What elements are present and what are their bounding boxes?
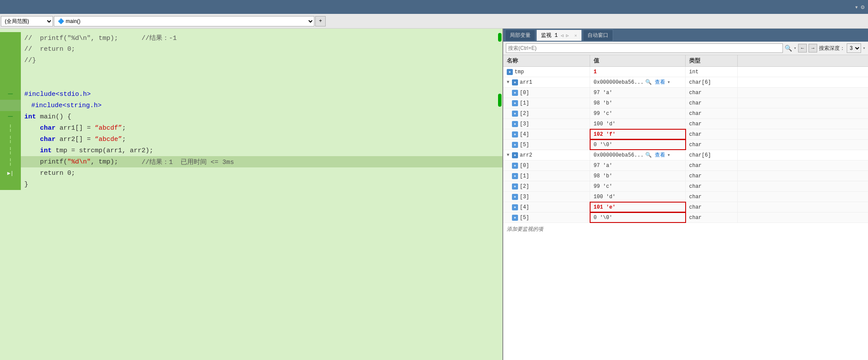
gutter: ─ (0, 88, 21, 100)
code-line: //} (0, 55, 502, 66)
var-name: [0] (520, 163, 529, 169)
code-text: ; (122, 136, 126, 143)
var-name: arr2 (520, 152, 532, 158)
panel-tabs: 局部变量 监视 1 ◁ ▷ ✕ 自动窗口 (503, 29, 868, 42)
var-type-cell: char (686, 88, 738, 98)
code-str: “abcdf” (95, 124, 122, 132)
search-depth-label: 搜索深度： (819, 45, 845, 52)
var-icon: ◈ (512, 163, 518, 169)
var-name-cell: ◈ [1] (503, 98, 590, 108)
tab-watch1[interactable]: 监视 1 ◁ ▷ ✕ (536, 29, 582, 41)
var-name: [3] (520, 121, 529, 127)
line-content: } (21, 179, 32, 190)
table-row[interactable]: ◈ [3] 100 'd' char (503, 119, 868, 129)
gutter: ─ (0, 111, 21, 122)
code-text: arr1[] = (56, 124, 95, 132)
var-value-cell: 97 'a' (590, 160, 686, 170)
scope-select[interactable]: (全局范围) (1, 16, 53, 26)
code-area[interactable]: // printf("%d\n", tmp); //结果：-1 // retur… (0, 29, 503, 360)
var-type-cell: char (686, 108, 738, 118)
table-row[interactable]: ▼ ◈ arr1 0x000000eba56... 🔍 查看 ▾ char[6] (503, 77, 868, 88)
code-line-current: ¦ printf( "%d\n" , tmp); //结果：1 已用时间 <= … (0, 156, 502, 167)
table-row[interactable]: ◈ [1] 98 'b' char (503, 171, 868, 181)
gutter (0, 179, 21, 190)
tab-locals[interactable]: 局部变量 (505, 29, 535, 41)
code-str: “abcde” (95, 136, 122, 143)
add-watch-row[interactable]: 添加要监视的项 (503, 223, 868, 236)
code-text: #include<string.h> (24, 102, 102, 109)
var-name: [2] (520, 111, 529, 117)
line-content: // printf("%d\n", tmp); //结果：-1 (21, 32, 180, 43)
var-table: 名称 值 类型 ◈ tmp 1 int ▼ ◈ arr1 0 (503, 55, 868, 360)
table-row[interactable]: ◈ [0] 97 'a' char (503, 88, 868, 98)
var-type-cell: char (686, 171, 738, 181)
table-row[interactable]: ◈ [5] 0 '\0' char (503, 140, 868, 150)
toolbar-row: (全局范围) 🔷 main() + (0, 14, 868, 29)
var-name: [4] (520, 204, 529, 210)
table-row[interactable]: ◈ [4] 102 'f' char (503, 129, 868, 140)
code-line: // return 0; (0, 43, 502, 55)
dropdown-icon[interactable]: ▾ (794, 46, 796, 51)
dropdown-icon[interactable]: ▾ (855, 3, 858, 11)
table-row[interactable]: ◈ [3] 100 'd' char (503, 192, 868, 202)
search-depth-select[interactable]: 3 1 2 4 5 (847, 43, 861, 53)
table-row[interactable]: ▼ ◈ arr2 0x000000eba56... 🔍 查看 ▾ char[6] (503, 150, 868, 160)
line-content: char arr2[] = “abcde” ; (21, 134, 129, 145)
var-icon: ◈ (512, 183, 518, 190)
func-select[interactable]: 🔷 main() (54, 16, 314, 26)
var-value-cell: 0 '\0' (590, 140, 686, 150)
var-value-cell: 0x000000eba56... 🔍 查看 ▾ (590, 77, 686, 87)
search-input[interactable] (506, 43, 783, 53)
var-name: tmp (515, 69, 524, 75)
var-name-cell: ◈ [3] (503, 192, 590, 202)
expand-arrow[interactable]: ▼ (507, 80, 509, 85)
line-content: int main() { (21, 111, 75, 122)
nav-back-button[interactable]: ← (798, 44, 807, 52)
gutter (0, 100, 21, 111)
search-bar: 🔍 ▾ ← → 搜索深度： 3 1 2 4 5 ▾ (503, 42, 868, 55)
code-text: // return 0; (24, 46, 75, 53)
tab-locals-label: 局部变量 (510, 33, 531, 39)
add-button[interactable]: + (315, 16, 326, 26)
settings-icon[interactable]: ⚙ (861, 3, 865, 11)
code-text: main() { (36, 113, 71, 121)
tab-close-icon[interactable]: ✕ (574, 33, 577, 38)
var-icon: ◈ (512, 204, 518, 210)
var-icon: ◈ (512, 79, 518, 85)
tab-autowindow[interactable]: 自动窗口 (583, 29, 613, 41)
table-row[interactable]: ◈ tmp 1 int (503, 67, 868, 77)
nav-forward-button[interactable]: → (809, 44, 817, 52)
depth-dropdown-icon[interactable]: ▾ (863, 46, 865, 51)
table-row[interactable]: ◈ [5] 0 '\0' char (503, 213, 868, 223)
search-icon[interactable]: 🔍 (785, 45, 792, 52)
var-icon: ◈ (512, 152, 518, 158)
table-row[interactable]: ◈ [4] 101 'e' char (503, 202, 868, 213)
code-line (0, 66, 502, 77)
line-content: char arr1[] = “abcdf” ; (21, 122, 129, 134)
var-type-cell: char (686, 140, 738, 150)
var-name-cell: ▼ ◈ arr1 (503, 77, 590, 87)
var-name: [2] (520, 183, 529, 190)
gutter: ▶| (0, 167, 21, 179)
code-content: // printf("%d\n", tmp); //结果：-1 // retur… (0, 29, 502, 193)
table-row[interactable]: ◈ [2] 99 'c' char (503, 181, 868, 192)
var-value-cell: 97 'a' (590, 88, 686, 98)
code-text: //} (24, 57, 36, 64)
var-name: [5] (520, 215, 529, 221)
code-text (24, 136, 40, 143)
expand-arrow[interactable]: ▼ (507, 153, 509, 157)
var-name: [1] (520, 173, 529, 179)
table-row[interactable]: ◈ [1] 98 'b' char (503, 98, 868, 108)
header-value: 值 (590, 55, 686, 66)
code-text: return 0; (24, 170, 75, 177)
var-name-cell: ◈ [4] (503, 202, 590, 212)
table-row[interactable]: ◈ [0] 97 'a' char (503, 160, 868, 171)
var-type-cell: char (686, 202, 738, 212)
var-name: [5] (520, 142, 529, 148)
table-row[interactable]: ◈ [2] 99 'c' char (503, 108, 868, 119)
var-name-cell: ◈ tmp (503, 67, 590, 77)
code-kw-int: int (40, 147, 52, 154)
line-content: int tmp = strcmp(arr1, arr2); (21, 145, 157, 156)
var-value-cell: 101 'e' (590, 202, 686, 212)
code-line-return: ▶| return 0; (0, 167, 502, 179)
